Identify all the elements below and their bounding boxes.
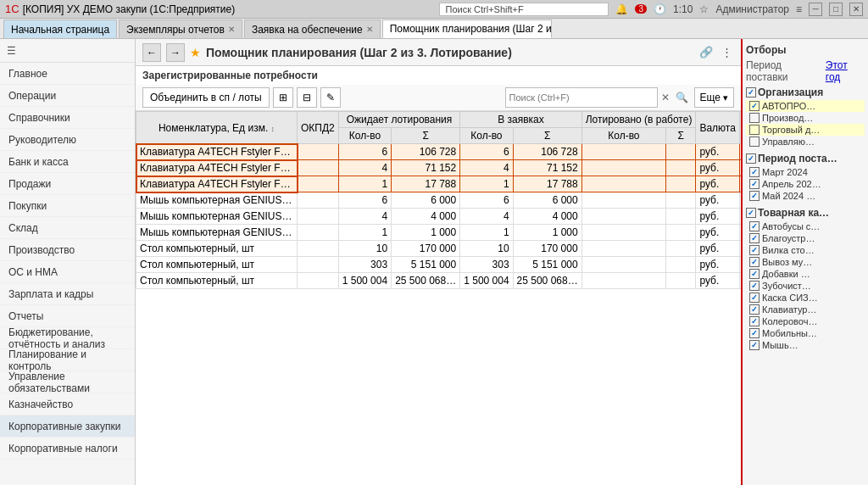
- tab-reports[interactable]: Экземпляры отчетов ✕: [119, 20, 242, 38]
- tab-reports-close[interactable]: ✕: [228, 25, 235, 34]
- item-checkbox-category-5[interactable]: [749, 281, 760, 291]
- cell-aw-sum: 5 151 000: [392, 257, 460, 273]
- panel-item-category-6[interactable]: Каска СИЗ…: [746, 292, 865, 304]
- link-icon[interactable]: 🔗: [698, 44, 715, 60]
- table-row[interactable]: Клавиатура A4TECH Fstyler FK25, USB… 1 1…: [136, 176, 742, 192]
- sidebar-item-budget[interactable]: Бюджетирование, отчётность и анализ: [0, 327, 135, 349]
- more-button-label: Еще: [700, 92, 721, 103]
- table-row[interactable]: Стол компьютерный, шт 1 500 004 25 500 0…: [136, 273, 742, 289]
- sidebar-item-reports2[interactable]: Отчеты: [0, 305, 135, 327]
- sidebar-item-reports2-label: Отчеты: [8, 310, 43, 322]
- tab-home[interactable]: Начальная страница: [3, 20, 117, 38]
- item-checkbox-category-3[interactable]: [749, 257, 760, 267]
- search-go-icon[interactable]: 🔍: [673, 92, 691, 103]
- cell-okpd2: [298, 273, 339, 289]
- tab-wizard[interactable]: Помощник планирования (Шаг 2 из 3. Лотир…: [382, 20, 552, 38]
- panel-item-category-5[interactable]: Зубочист…: [746, 280, 865, 292]
- item-checkbox-category-10[interactable]: [749, 340, 760, 350]
- sidebar-item-liabilities[interactable]: Управление обязательствами: [0, 371, 135, 393]
- edit-icon-btn[interactable]: ✎: [320, 87, 341, 108]
- table-row[interactable]: Мышь компьютерная GENIUS NX-7000 … 1 1 0…: [136, 225, 742, 241]
- item-checkbox-org-3[interactable]: [749, 137, 760, 147]
- sidebar-item-production[interactable]: Производство: [0, 239, 135, 261]
- sidebar-menu-toggle[interactable]: ☰: [0, 39, 135, 63]
- item-checkbox-period-2[interactable]: [749, 191, 760, 201]
- panel-item-period-1[interactable]: Апрель 202…: [746, 178, 865, 190]
- sidebar-item-warehouse[interactable]: Склад: [0, 217, 135, 239]
- sidebar-item-sales[interactable]: Продажи: [0, 173, 135, 195]
- panel-item-org-1[interactable]: Производ…: [746, 112, 865, 124]
- search-bar[interactable]: Поиск Ctrl+Shift+F: [439, 3, 609, 16]
- item-checkbox-org-0[interactable]: [749, 101, 760, 111]
- panel-item-category-0[interactable]: Автобусы с…: [746, 220, 865, 232]
- item-checkbox-category-7[interactable]: [749, 304, 760, 315]
- sidebar-item-planning[interactable]: Планирование и контроль: [0, 349, 135, 371]
- sidebar-item-operations[interactable]: Операции: [0, 85, 135, 107]
- item-checkbox-category-9[interactable]: [749, 328, 760, 338]
- table-row[interactable]: Клавиатура A4TECH Fstyler FK25, USB… 6 1…: [136, 144, 742, 160]
- item-checkbox-category-4[interactable]: [749, 269, 760, 279]
- panel-item-org-3[interactable]: Управляю…: [746, 136, 865, 148]
- maximize-btn[interactable]: □: [829, 3, 843, 16]
- panel-item-category-3[interactable]: Вывоз му…: [746, 256, 865, 268]
- sidebar-item-fa[interactable]: ОС и НМА: [0, 261, 135, 283]
- more-options-icon[interactable]: ⋮: [720, 44, 734, 60]
- panel-item-category-8[interactable]: Колеровоч…: [746, 315, 865, 327]
- forward-button[interactable]: →: [166, 43, 185, 62]
- item-checkbox-period-0[interactable]: [749, 167, 760, 177]
- tab-supply[interactable]: Заявка на обеспечение ✕: [244, 20, 381, 38]
- table-row[interactable]: Стол компьютерный, шт 303 5 151 000 303 …: [136, 257, 742, 273]
- panel-item-category-2[interactable]: Вилка сто…: [746, 244, 865, 256]
- hamburger-icon: ☰: [7, 45, 16, 57]
- item-checkbox-category-1[interactable]: [749, 233, 760, 243]
- favorite-star-icon[interactable]: ★: [190, 46, 201, 59]
- more-button[interactable]: Еще ▾: [694, 87, 734, 108]
- sidebar-item-treasury[interactable]: Казначейство: [0, 393, 135, 415]
- sidebar-item-main[interactable]: Главное: [0, 63, 135, 85]
- search-clear-icon[interactable]: ✕: [661, 92, 670, 103]
- item-checkbox-org-1[interactable]: [749, 113, 760, 123]
- minimize-btn[interactable]: ─: [809, 3, 822, 16]
- item-checkbox-category-8[interactable]: [749, 316, 760, 326]
- panel-item-org-0[interactable]: АВТОПРО…: [746, 100, 865, 112]
- tab-supply-close[interactable]: ✕: [366, 25, 373, 34]
- section-checkbox-org[interactable]: [746, 87, 756, 98]
- panel-item-org-2[interactable]: Торговый д…: [746, 124, 865, 136]
- sidebar-item-bank[interactable]: Банк и касса: [0, 151, 135, 173]
- sidebar-item-payroll[interactable]: Зарплата и кадры: [0, 283, 135, 305]
- panel-item-category-1[interactable]: Благоустр…: [746, 232, 865, 244]
- table-row[interactable]: Мышь компьютерная GENIUS NX-7000 … 6 6 0…: [136, 192, 742, 209]
- item-checkbox-category-6[interactable]: [749, 293, 760, 303]
- sidebar-item-references[interactable]: Справочники: [0, 107, 135, 129]
- table-search-input[interactable]: [505, 87, 658, 108]
- item-checkbox-category-2[interactable]: [749, 245, 760, 255]
- panel-item-period-2[interactable]: Май 2024 …: [746, 190, 865, 202]
- sidebar-item-management[interactable]: Руководителю: [0, 129, 135, 151]
- panel-item-category-10[interactable]: Мышь…: [746, 339, 865, 351]
- item-checkbox-category-0[interactable]: [749, 221, 760, 231]
- filter-icon-btn[interactable]: ⊟: [297, 87, 317, 108]
- panel-item-category-4[interactable]: Добавки …: [746, 268, 865, 280]
- merge-button[interactable]: Объединить в сп / лоты: [142, 87, 270, 108]
- panel-item-category-9[interactable]: Мобильны…: [746, 327, 865, 339]
- sidebar-item-purchases[interactable]: Покупки: [0, 195, 135, 217]
- sort-icon[interactable]: ↕: [271, 125, 275, 133]
- sidebar-item-corpbuy[interactable]: Корпоративные закупки: [0, 415, 135, 438]
- grid-icon-btn[interactable]: ⊞: [273, 87, 293, 108]
- close-btn[interactable]: ✕: [849, 3, 863, 16]
- table-row[interactable]: Стол компьютерный, шт 10 170 000 10 170 …: [136, 241, 742, 257]
- menu-icon[interactable]: ≡: [796, 3, 802, 15]
- period-value[interactable]: Этот год: [826, 59, 865, 83]
- sidebar-item-corptax[interactable]: Корпоративные налоги: [0, 438, 135, 460]
- section-checkbox-period[interactable]: [746, 153, 756, 164]
- table-row[interactable]: Мышь компьютерная GENIUS NX-7000 … 4 4 0…: [136, 209, 742, 225]
- panel-item-category-7[interactable]: Клавиатур…: [746, 304, 865, 315]
- table-row[interactable]: Клавиатура A4TECH Fstyler FK25, USB… 4 7…: [136, 160, 742, 176]
- panel-item-period-0[interactable]: Март 2024: [746, 166, 865, 178]
- item-checkbox-org-2[interactable]: [749, 125, 760, 135]
- section-title: Зарегистрированные потребности: [136, 66, 741, 85]
- back-button[interactable]: ←: [142, 43, 161, 62]
- bell-icon[interactable]: 🔔: [615, 3, 628, 15]
- item-checkbox-period-1[interactable]: [749, 179, 760, 189]
- section-checkbox-category[interactable]: [746, 208, 756, 218]
